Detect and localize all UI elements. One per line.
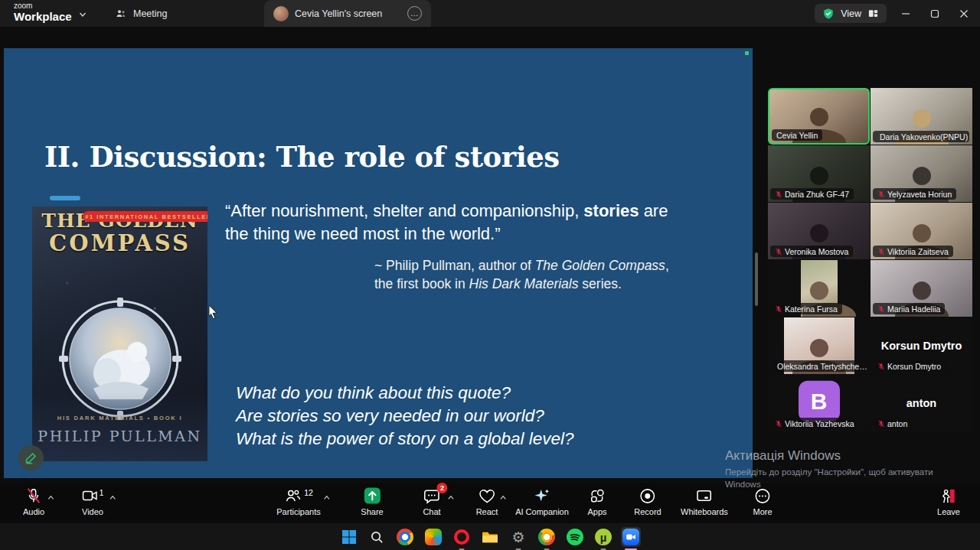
chevron-up-icon[interactable]: [448, 494, 455, 501]
question-3: What is the power of story on a global l…: [236, 428, 574, 451]
participant-tile-daria-yakovenko[interactable]: Daria Yakovenko(PNPU): [871, 88, 972, 145]
participant-tile-cevia-yellin[interactable]: Cevia Yellin: [768, 88, 870, 145]
participant-tile-veronika-mostova[interactable]: Veronika Mostova: [768, 203, 870, 259]
muted-mic-icon: [877, 363, 885, 370]
avatar: [273, 6, 289, 21]
taskbar-search[interactable]: [367, 527, 387, 547]
settings-gear-icon: ⚙: [511, 530, 524, 545]
zoom-workplace-logo: zoom Workplace: [14, 2, 72, 22]
muted-mic-icon: [877, 248, 885, 255]
participant-name-label: Oleksandra Tertyshche…: [770, 360, 867, 372]
taskbar-file-explorer[interactable]: [480, 527, 500, 547]
participant-tile-oleksandra-tertyshchenko[interactable]: Oleksandra Tertyshche…: [768, 317, 870, 374]
taskbar-chrome[interactable]: [395, 527, 415, 547]
chevron-up-icon[interactable]: [500, 494, 507, 501]
participants-count: 12: [304, 488, 313, 497]
participant-name-label: Korsun Dmytro: [873, 360, 946, 372]
muted-mic-icon: [775, 248, 782, 255]
ai-companion-button[interactable]: AI Companion: [515, 487, 569, 516]
tab-meeting[interactable]: Meeting: [106, 0, 176, 27]
participant-name-label: Katerina Fursa: [770, 303, 842, 314]
audio-button[interactable]: Audio: [23, 487, 44, 516]
camera-icon: [82, 487, 99, 504]
react-button[interactable]: React: [476, 487, 498, 516]
windows-taskbar: ⚙ µ ENG: [0, 523, 980, 550]
book-title-line2: COMPASS: [32, 230, 207, 256]
windows-logo-icon: [341, 529, 357, 545]
search-icon: [370, 530, 384, 545]
logo-text-workplace: Workplace: [14, 11, 72, 22]
chat-button[interactable]: 2 Chat: [423, 487, 440, 516]
participant-tile-viktoriia-zaitseva[interactable]: Viktoriia Zaitseva: [871, 203, 972, 259]
minimize-button[interactable]: [890, 0, 922, 27]
close-icon: [959, 9, 969, 18]
tab-options-ellipsis-icon[interactable]: …: [407, 6, 422, 21]
maximize-icon: [930, 9, 939, 18]
slide-title: II. Discussion: The role of stories: [44, 140, 560, 174]
participant-tile-mariia-hadeliia[interactable]: Mariia Hadeliia: [871, 260, 972, 317]
more-dots-icon: [754, 487, 772, 505]
chevron-down-icon[interactable]: [79, 11, 87, 18]
muted-mic-icon: [775, 420, 782, 428]
heart-icon: [479, 487, 496, 505]
close-button[interactable]: [948, 0, 980, 27]
spotify-icon: [567, 529, 583, 545]
apps-icon: [588, 487, 606, 505]
chevron-up-icon[interactable]: [109, 494, 116, 501]
view-label: View: [841, 8, 861, 19]
record-button[interactable]: Record: [634, 487, 661, 516]
people-icon: [284, 487, 302, 505]
more-button[interactable]: More: [753, 487, 772, 516]
video-button[interactable]: 1 Video: [82, 487, 104, 516]
taskbar-utorrent[interactable]: µ: [593, 527, 613, 547]
record-icon: [639, 487, 657, 505]
participant-tile-daria-zhuk[interactable]: Daria Zhuk GF-47: [768, 145, 870, 202]
chevron-up-icon[interactable]: [47, 494, 54, 501]
folder-icon: [482, 530, 498, 544]
start-button[interactable]: [339, 527, 359, 547]
question-1: What do you think about this quote?: [236, 382, 574, 405]
participant-tile-viktoriia-yazhevska[interactable]: B Viktoriia Yazhevska: [768, 375, 870, 431]
taskbar-copilot[interactable]: [423, 527, 443, 547]
participant-tile-anton[interactable]: anton anton: [871, 375, 972, 431]
annotate-pencil-button[interactable]: [18, 445, 44, 470]
zoom-app-window: zoom Workplace Meeting Cevia Yellin's sc…: [0, 0, 980, 550]
copilot-icon: [425, 529, 442, 545]
leave-button[interactable]: Leave: [937, 487, 960, 516]
book-badge: #1 INTERNATIONAL BESTSELLER: [83, 211, 207, 222]
participants-button[interactable]: 12 Participants: [276, 487, 320, 516]
participant-tile-korsun-dmytro[interactable]: Korsun Dmytro Korsun Dmytro: [871, 317, 972, 374]
taskbar-settings[interactable]: ⚙: [508, 527, 528, 547]
share-button[interactable]: Share: [361, 487, 383, 516]
sparkle-icon: [534, 487, 551, 505]
mouse-cursor: [207, 304, 219, 320]
taskbar-opera[interactable]: [452, 527, 472, 547]
view-control[interactable]: View: [815, 4, 887, 23]
book-cover-skyline: [32, 392, 207, 461]
share-screen-icon: [363, 487, 381, 505]
logo-text-zoom: zoom: [14, 2, 72, 10]
participant-tile-katerina-fursa[interactable]: Katerina Fursa: [768, 260, 870, 317]
tab-meeting-label: Meeting: [133, 8, 167, 19]
chevron-up-icon[interactable]: [323, 494, 330, 501]
apps-button[interactable]: Apps: [587, 487, 606, 516]
mic-muted-icon: [25, 487, 42, 504]
opera-icon: [454, 529, 469, 545]
taskbar-spotify[interactable]: [565, 527, 585, 547]
whiteboards-button[interactable]: Whiteboards: [681, 487, 728, 516]
book-cover-golden-compass: #1 INTERNATIONAL BESTSELLER THE GOLDEN C…: [32, 207, 207, 461]
discussion-questions: What do you think about this quote? Are …: [236, 382, 574, 451]
taskbar-zoom[interactable]: [621, 527, 641, 547]
muted-mic-icon: [877, 190, 885, 198]
taskbar-browser-profile[interactable]: [537, 527, 557, 547]
maximize-button[interactable]: [919, 0, 951, 27]
tab-shared-screen[interactable]: Cevia Yellin's screen …: [264, 0, 431, 27]
muted-mic-icon: [877, 420, 885, 428]
participant-initial-avatar: B: [799, 381, 840, 422]
shield-check-icon: [822, 8, 835, 20]
whiteboard-icon: [695, 487, 713, 505]
grid-view-icon: [867, 8, 879, 19]
participant-tile-yelyzaveta-horiun[interactable]: Yelyzaveta Horiun: [871, 145, 972, 202]
leave-door-icon: [939, 487, 957, 505]
panel-scrollbar[interactable]: [755, 252, 758, 306]
